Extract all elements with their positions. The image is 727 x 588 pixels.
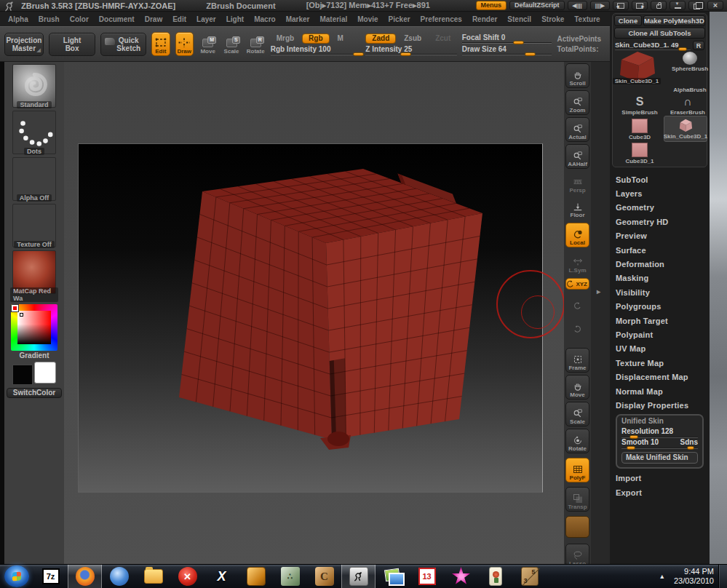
lock-button[interactable] [651, 1, 667, 10]
taskbar-zbrush-button[interactable] [341, 565, 376, 588]
default-zscript-button[interactable]: DefaultZScript [509, 1, 565, 10]
projection-master-button[interactable]: Projection Master ◢ [4, 33, 44, 56]
menu-marker[interactable]: Marker [281, 15, 315, 23]
zoom-button[interactable]: Zoom [565, 90, 589, 115]
panel-section-preview[interactable]: Preview [616, 229, 704, 243]
taskbar-firefox-button[interactable] [68, 565, 102, 588]
tool-thumbnail-eraserbrush[interactable]: ∩EraserBrush [667, 95, 709, 116]
right-tray-toggle-button[interactable] [632, 1, 648, 10]
tray-item-matcap-red-wa[interactable]: MatCap Red Wa [10, 250, 58, 302]
ghost-button[interactable] [565, 516, 589, 538]
tray-expand-arrow[interactable]: ▴ [660, 573, 664, 580]
taskbar-mahjong-app-button[interactable] [478, 565, 512, 588]
frame-button[interactable]: Frame [565, 348, 589, 373]
menu-macro[interactable]: Macro [249, 15, 280, 23]
panel-section-normal-map[interactable]: Normal Map [616, 384, 704, 398]
panel-section-morph-target[interactable]: Morph Target [616, 314, 704, 327]
taskbar-thunderbird-button[interactable] [102, 565, 136, 588]
menu-draw[interactable]: Draw [140, 15, 167, 23]
tray-item-alpha-off[interactable]: Alpha Off [10, 157, 58, 202]
panel-section-visibility[interactable]: Visibility [616, 285, 704, 299]
actual-button[interactable]: Actual [565, 117, 589, 142]
panel-section-surface[interactable]: Surface [616, 243, 704, 257]
mrgb-button[interactable]: Mrgb [271, 33, 300, 44]
tool-thumbnail-spherebrush[interactable]: SphereBrush [671, 52, 709, 72]
l-sym-button[interactable]: L.Sym [565, 253, 589, 275]
spin-cw-button[interactable] [565, 314, 589, 336]
menu-stroke[interactable]: Stroke [536, 15, 569, 23]
tool-thumbnail-skin-cube3d-1[interactable]: Skin_Cube3D_1 [614, 49, 659, 84]
light-box-button[interactable]: Light Box [49, 33, 96, 56]
menu-alpha[interactable]: Alpha [3, 15, 33, 23]
smooth-sdns-sliders[interactable]: Smooth 10Sdns [621, 438, 698, 449]
rotate-mode-button[interactable]: R Rotate [246, 32, 266, 56]
scroll-right-button[interactable]: ||||▶ [590, 1, 610, 10]
start-button[interactable] [4, 565, 29, 587]
spin-ccw-button[interactable] [565, 291, 589, 313]
unified-skin-title[interactable]: Unified Skin [621, 417, 698, 427]
taskbar-photo-viewer-button[interactable] [376, 565, 410, 588]
panel-section-polygroups[interactable]: Polygroups [616, 300, 704, 314]
rgb-intensity-slider[interactable]: Rgb Intensity 100 [271, 45, 361, 55]
panel-section-uv-map[interactable]: UV Map [616, 342, 704, 356]
menu-stencil[interactable]: Stencil [502, 15, 536, 23]
restore-button[interactable] [688, 1, 704, 10]
document-canvas[interactable] [78, 143, 543, 493]
persp-button[interactable]: Persp [565, 173, 589, 195]
draw-size-slider[interactable]: Draw Size 64 [462, 45, 552, 55]
panel-section-texture-map[interactable]: Texture Map [616, 356, 704, 370]
tool-thumbnail-skin-cube3d-1[interactable]: Skin_Cube3D_1 [664, 116, 707, 142]
menu-light[interactable]: Light [221, 15, 249, 23]
zcut-button[interactable]: Zcut [429, 33, 456, 44]
panel-section-export[interactable]: Export [616, 485, 704, 499]
make-unified-skin-button[interactable]: Make Unified Skin [621, 452, 698, 464]
tray-item-texture-off[interactable]: Texture Off [10, 204, 58, 248]
zadd-button[interactable]: Zadd [365, 33, 396, 44]
menu-picker[interactable]: Picker [384, 15, 416, 23]
menu-brush[interactable]: Brush [33, 15, 65, 23]
edit-mode-button[interactable]: Edit [151, 32, 170, 56]
clone-button[interactable]: Clone [614, 15, 642, 26]
move-button[interactable]: Move [565, 375, 589, 400]
rotate-button[interactable]: Rotate [565, 429, 589, 453]
panel-section-subtool[interactable]: SubTool [616, 172, 704, 186]
panel-section-import[interactable]: Import [616, 472, 704, 485]
move-mode-button[interactable]: M Move [199, 32, 217, 56]
rgb-button[interactable]: Rgb [302, 33, 329, 44]
local-button[interactable]: Local [565, 223, 589, 247]
tool-thumbnail-cube3d-1[interactable]: Cube3D_1 [620, 143, 659, 164]
taskbar-red-person-app-button[interactable]: ✕ [170, 565, 204, 588]
divider-arrow-icon[interactable]: ▸ [597, 287, 600, 295]
clone-all-subtools-button[interactable]: Clone All SubTools [614, 28, 705, 39]
taskbar-explorer-folder-button[interactable] [136, 565, 170, 588]
tray-item-gradient[interactable]: Gradient [10, 304, 58, 359]
menu-material[interactable]: Material [314, 15, 352, 23]
scale-mode-button[interactable]: S Scale [222, 32, 240, 56]
menu-layer[interactable]: Layer [191, 15, 221, 23]
primary-color-swatch[interactable] [12, 365, 33, 385]
focal-shift-slider[interactable]: Focal Shift 0 [462, 33, 552, 44]
menus-button[interactable]: Menus [476, 1, 507, 10]
floor-button[interactable]: Floor [565, 198, 589, 220]
panel-section-geometry-hd[interactable]: Geometry HD [616, 215, 704, 229]
panel-section-display-properties[interactable]: Display Properties [616, 398, 704, 412]
taskbar-white-x-app-button[interactable]: X [204, 565, 239, 588]
taskbar-magenta-star-app-button[interactable] [444, 565, 478, 588]
taskbar-7zip-button[interactable]: 7z [33, 565, 68, 588]
show-desktop-button[interactable] [718, 565, 727, 588]
aahalf-button[interactable]: AAHalf [565, 144, 589, 169]
tray-item-standard[interactable]: Standard [10, 64, 58, 108]
panel-section-masking[interactable]: Masking [616, 271, 704, 285]
taskbar-clock[interactable]: 9:44 PM 23/03/2010 [674, 567, 714, 586]
minimize-button[interactable] [670, 1, 686, 10]
panel-section-geometry[interactable]: Geometry [616, 201, 704, 215]
tool-thumbnail-cube3d[interactable]: Cube3D [620, 119, 659, 140]
close-button[interactable]: × [707, 1, 723, 10]
quick-sketch-button[interactable]: Quick Sketch [100, 33, 146, 56]
z-intensity-slider[interactable]: Z Intensity 25 [365, 45, 456, 55]
tray-item-switchcolor[interactable]: SwitchColor [10, 362, 58, 398]
make-polymesh3d-button[interactable]: Make PolyMesh3D [643, 15, 705, 26]
menu-texture[interactable]: Texture [569, 15, 605, 23]
panel-section-layers[interactable]: Layers [616, 186, 704, 200]
scroll-left-button[interactable]: ◀|||| [568, 1, 587, 10]
